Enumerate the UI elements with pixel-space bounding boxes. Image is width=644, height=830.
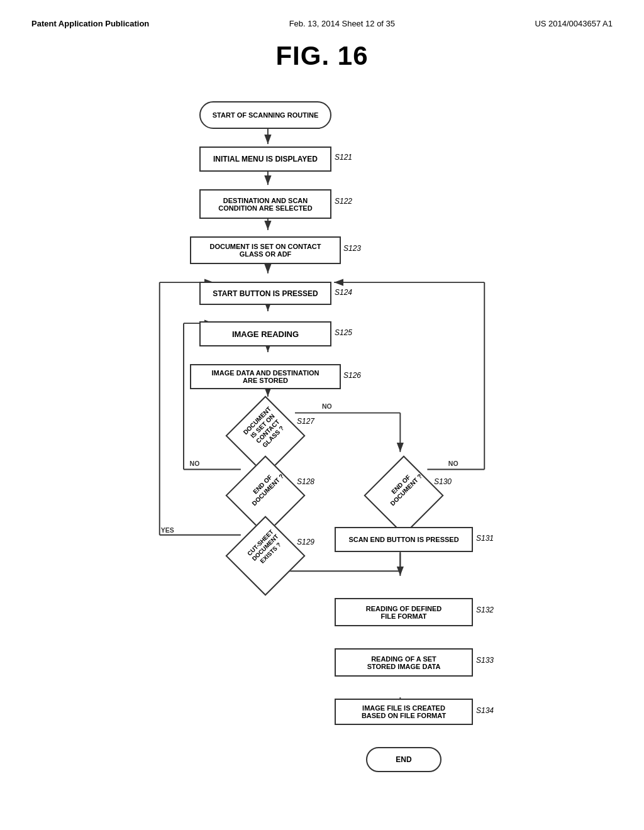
label-s127: S127 [297, 417, 314, 426]
label-s133: S133 [476, 656, 494, 665]
label-s124: S124 [335, 288, 352, 297]
node-s134: IMAGE FILE IS CREATED BASED ON FILE FORM… [335, 699, 473, 725]
label-s121: S121 [335, 153, 352, 162]
label-s129: S129 [297, 538, 314, 546]
header-publication: Patent Application Publication [31, 19, 149, 28]
node-end: END [366, 747, 441, 772]
node-s122: DESTINATION AND SCAN CONDITION ARE SELEC… [199, 189, 331, 219]
node-s126: IMAGE DATA AND DESTINATION ARE STORED [190, 364, 341, 389]
figure-title: FIG. 16 [31, 41, 613, 71]
node-s133: READING OF A SET STORED IMAGE DATA [335, 648, 473, 677]
node-s123: DOCUMENT IS SET ON CONTACT GLASS OR ADF [190, 236, 341, 264]
node-s131: SCAN END BUTTON IS PRESSED [335, 527, 473, 552]
svg-text:YES: YES [161, 526, 174, 534]
svg-text:NO: NO [448, 460, 458, 467]
label-s123: S123 [343, 244, 361, 253]
label-s131: S131 [476, 534, 494, 543]
label-s122: S122 [335, 197, 352, 206]
label-s132: S132 [476, 606, 494, 614]
node-s132: READING OF DEFINED FILE FORMAT [335, 598, 473, 626]
svg-text:NO: NO [322, 402, 332, 410]
node-s129: CUT-SHEETDOCUMENTEXISTS ? [237, 528, 294, 584]
flowchart: YES NO YES NO YES [102, 90, 542, 782]
label-s125: S125 [335, 328, 352, 337]
header-date-sheet: Feb. 13, 2014 Sheet 12 of 35 [289, 19, 395, 28]
node-s130: END OFDOCUMENT ? [375, 467, 432, 524]
node-s121: INITIAL MENU IS DISPLAYED [199, 147, 331, 172]
page-header: Patent Application Publication Feb. 13, … [31, 19, 613, 28]
label-s126: S126 [343, 371, 361, 380]
node-s124: START BUTTON IS PRESSED [199, 282, 331, 305]
header-patent-number: US 2014/0043657 A1 [535, 19, 613, 28]
label-s134: S134 [476, 706, 494, 715]
page: Patent Application Publication Feb. 13, … [0, 0, 644, 830]
label-s130: S130 [434, 477, 452, 486]
label-s128: S128 [297, 477, 314, 486]
svg-text:NO: NO [190, 460, 200, 467]
node-start: START OF SCANNING ROUTINE [199, 101, 331, 129]
node-s125: IMAGE READING [199, 321, 331, 346]
